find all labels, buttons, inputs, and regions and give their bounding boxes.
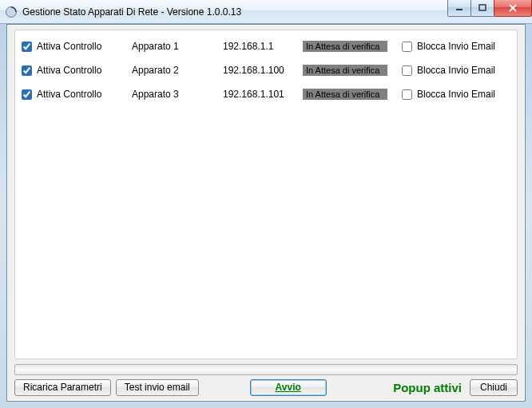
titlebar: Gestione Stato Apparati Di Rete - Versio… xyxy=(0,0,532,24)
status-badge: In Attesa di verifica xyxy=(303,65,387,76)
blocca-invio-email-label: Blocca Invio Email xyxy=(417,65,495,76)
main-panel: Attiva ControlloApparato 1192.168.1.1In … xyxy=(14,30,518,359)
attiva-controllo-label: Attiva Controllo xyxy=(37,41,101,52)
blocca-invio-email-checkbox[interactable] xyxy=(402,89,412,100)
device-row: Attiva ControlloApparato 2192.168.1.100I… xyxy=(20,59,512,81)
window-controls xyxy=(447,0,532,16)
status-badge: In Attesa di verifica xyxy=(303,89,387,100)
status-badge: In Attesa di verifica xyxy=(303,41,387,52)
start-button[interactable]: Avvio xyxy=(250,379,327,396)
popup-active-label: Popup attivi xyxy=(393,381,462,394)
attiva-controllo-label: Attiva Controllo xyxy=(37,65,101,76)
blocca-invio-email-checkbox[interactable] xyxy=(402,65,412,76)
blocca-invio-email-label: Blocca Invio Email xyxy=(417,89,495,100)
device-name: Apparato 3 xyxy=(132,89,223,100)
device-row: Attiva ControlloApparato 3192.168.1.101I… xyxy=(20,83,512,105)
device-name: Apparato 1 xyxy=(132,41,223,52)
device-row: Attiva ControlloApparato 1192.168.1.1In … xyxy=(20,35,512,57)
attiva-controllo-checkbox[interactable] xyxy=(22,42,32,52)
client-area: Attiva ControlloApparato 1192.168.1.1In … xyxy=(6,24,526,402)
window-title: Gestione Stato Apparati Di Rete - Versio… xyxy=(22,6,241,18)
svg-rect-1 xyxy=(456,9,463,10)
close-icon xyxy=(508,4,518,12)
app-icon xyxy=(5,6,18,18)
close-app-button[interactable]: Chiudi xyxy=(470,379,518,396)
blocca-invio-email-checkbox[interactable] xyxy=(402,42,412,52)
attiva-controllo-checkbox[interactable] xyxy=(22,89,32,100)
close-button[interactable] xyxy=(494,0,532,17)
progress-bar xyxy=(14,364,518,375)
minimize-button[interactable] xyxy=(447,0,471,17)
bottom-bar: Ricarica Parametri Test invio email Avvi… xyxy=(14,378,518,397)
device-name: Apparato 2 xyxy=(132,65,223,76)
device-ip: 192.168.1.1 xyxy=(223,41,303,52)
svg-rect-2 xyxy=(479,5,486,10)
reload-params-button[interactable]: Ricarica Parametri xyxy=(14,379,111,396)
attiva-controllo-label: Attiva Controllo xyxy=(37,89,101,100)
maximize-button[interactable] xyxy=(470,0,494,17)
device-ip: 192.168.1.101 xyxy=(223,89,303,100)
test-email-button[interactable]: Test invio email xyxy=(116,379,199,396)
minimize-icon xyxy=(455,4,463,12)
blocca-invio-email-label: Blocca Invio Email xyxy=(417,41,495,52)
device-ip: 192.168.1.100 xyxy=(223,65,303,76)
maximize-icon xyxy=(478,4,486,12)
attiva-controllo-checkbox[interactable] xyxy=(22,65,32,76)
